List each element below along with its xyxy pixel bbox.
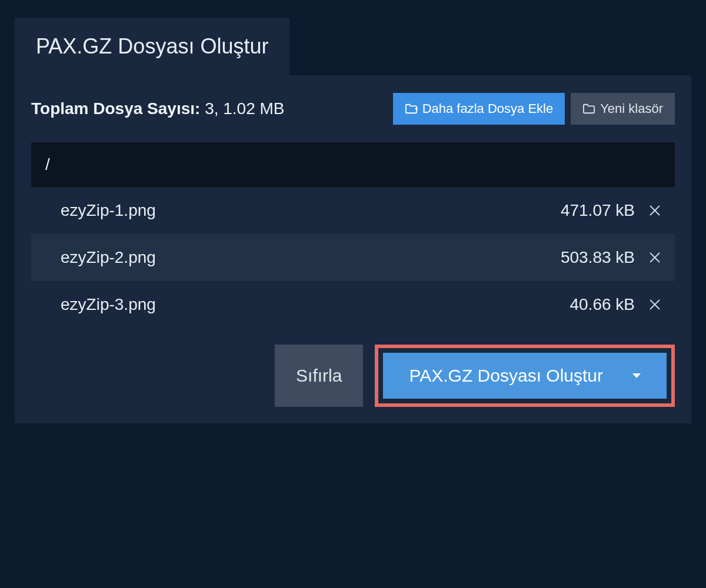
close-icon — [648, 298, 661, 311]
file-size: 471.07 kB — [561, 201, 635, 220]
close-icon — [648, 251, 661, 264]
add-more-files-label: Daha fazla Dosya Ekle — [422, 101, 554, 116]
reset-label: Sıfırla — [296, 366, 342, 385]
add-more-files-button[interactable]: Daha fazla Dosya Ekle — [393, 93, 565, 125]
create-button-highlight: PAX.GZ Dosyası Oluştur — [375, 345, 675, 407]
path-header: / — [31, 142, 675, 187]
total-label-text: Toplam Dosya Sayısı: — [31, 99, 200, 118]
folder-plus-icon — [405, 103, 418, 115]
reset-button[interactable]: Sıfırla — [275, 345, 363, 407]
file-row: ezyZip-2.png 503.83 kB — [31, 234, 675, 281]
file-size: 40.66 kB — [570, 295, 635, 314]
chevron-down-icon — [632, 373, 641, 378]
create-paxgz-button[interactable]: PAX.GZ Dosyası Oluştur — [383, 353, 667, 399]
new-folder-button[interactable]: Yeni klasör — [571, 93, 675, 125]
total-label-value: 3, 1.02 MB — [200, 99, 284, 118]
close-icon — [648, 204, 661, 217]
total-file-count: Toplam Dosya Sayısı: 3, 1.02 MB — [31, 99, 285, 118]
file-list: / ezyZip-1.png 471.07 kB ezyZip-2.png 50… — [31, 142, 675, 328]
file-name: ezyZip-1.png — [61, 201, 561, 220]
new-folder-label: Yeni klasör — [600, 101, 663, 116]
file-size: 503.83 kB — [561, 248, 635, 267]
tab-label: PAX.GZ Dosyası Oluştur — [36, 34, 268, 58]
folder-icon — [582, 103, 595, 115]
remove-file-button[interactable] — [647, 249, 663, 266]
tab-create-paxgz[interactable]: PAX.GZ Dosyası Oluştur — [15, 18, 289, 75]
file-name: ezyZip-3.png — [61, 295, 570, 314]
path-text: / — [45, 155, 50, 173]
footer-row: Sıfırla PAX.GZ Dosyası Oluştur — [31, 345, 675, 407]
create-label: PAX.GZ Dosyası Oluştur — [409, 366, 603, 386]
file-row: ezyZip-1.png 471.07 kB — [31, 187, 675, 234]
main-panel: Toplam Dosya Sayısı: 3, 1.02 MB Daha faz… — [15, 75, 691, 423]
remove-file-button[interactable] — [647, 202, 663, 219]
file-row: ezyZip-3.png 40.66 kB — [31, 281, 675, 328]
header-row: Toplam Dosya Sayısı: 3, 1.02 MB Daha faz… — [31, 93, 675, 125]
file-name: ezyZip-2.png — [61, 248, 561, 267]
remove-file-button[interactable] — [647, 296, 663, 313]
header-buttons: Daha fazla Dosya Ekle Yeni klasör — [393, 93, 675, 125]
